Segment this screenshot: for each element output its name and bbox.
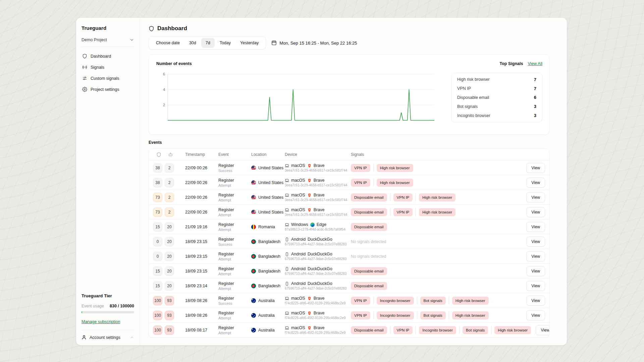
device-os: macOS — [291, 207, 305, 212]
view-button[interactable]: View — [526, 163, 545, 173]
event-cell: Register Success — [218, 237, 251, 246]
edge-icon — [310, 223, 315, 227]
signal-pill: VPN IP — [351, 179, 370, 187]
sidebar-nav: Dashboard Signals Custom signals Project… — [82, 52, 134, 94]
sidebar-item-custom-signals[interactable]: Custom signals — [82, 74, 134, 82]
table-row: 0 20 18/09 23:15 Register Success Bangla… — [149, 234, 549, 249]
event-status: Attempt — [218, 198, 251, 202]
signal-pill: Disposable email — [351, 282, 387, 290]
bot-score-badge: 20 — [165, 266, 174, 276]
country-name: Bangladesh — [258, 269, 280, 274]
signals-cell: Disposable email — [351, 282, 522, 290]
laptop-icon — [285, 164, 289, 168]
country-flag-icon — [251, 225, 256, 229]
event-status: Success — [218, 169, 251, 173]
device-cell: macOS Brave f74c8225-afd6-45f2-9139-295c… — [285, 311, 351, 320]
event-status: Attempt — [218, 287, 251, 291]
timestamp-cell: 22/09 00:26 — [176, 166, 218, 170]
sidebar-divider — [82, 47, 134, 47]
top-signal-value: 6 — [534, 95, 536, 100]
view-button[interactable]: View — [526, 207, 545, 217]
column-header-timestamp: Timestamp — [176, 152, 218, 157]
device-browser: Brave — [314, 311, 325, 315]
view-button[interactable]: View — [526, 237, 545, 247]
location-cell: United States — [251, 180, 285, 185]
country-flag-icon — [251, 284, 256, 288]
event-type: Register — [218, 252, 251, 256]
chevron-up-icon — [130, 335, 134, 340]
device-cell: Windows Edge 87a98b13-c278-4f4d-acdc-8c5… — [285, 222, 351, 231]
signal-pill: High risk browser — [452, 297, 489, 305]
view-button[interactable]: View — [526, 310, 545, 320]
location-cell: United States — [251, 210, 285, 215]
country-name: United States — [258, 210, 283, 215]
view-button[interactable]: View — [526, 178, 545, 188]
signal-divider — [373, 179, 374, 187]
signals-cell: VPN IPIncognito browserBot signalsHigh r… — [351, 297, 522, 305]
events-section-title: Events — [149, 140, 549, 145]
table-row: 100 93 18/09 08:26 Register Success Aust… — [149, 293, 549, 308]
event-status: Success — [218, 301, 251, 305]
country-name: Australia — [258, 328, 275, 333]
country-flag-icon — [251, 195, 256, 200]
filter-button-today[interactable]: Today — [215, 38, 235, 48]
table-row: 15 20 21/09 19:16 Register Attempt Roman… — [149, 219, 549, 234]
view-button[interactable]: View — [536, 325, 549, 335]
sidebar-item-signals[interactable]: Signals — [82, 63, 134, 71]
device-browser: Brave — [314, 207, 325, 212]
top-signal-value: 3 — [534, 104, 536, 109]
manage-subscription-link[interactable]: Manage subscription — [82, 319, 120, 324]
device-id: 87a98b13-c278-4f4d-acdc-8c5fb7a69f54 — [285, 228, 351, 231]
signals-cell: VPN IPHigh risk browser — [351, 164, 522, 172]
view-button[interactable]: View — [526, 251, 545, 261]
signal-pill: High risk browser — [377, 179, 413, 187]
view-button[interactable]: View — [526, 296, 545, 306]
bot-score-badge: 20 — [165, 222, 174, 232]
top-signal-row: VPN IP 7 — [451, 86, 542, 91]
device-id: 3eea7c61-3c29-4658-b517-ce15c581f744 — [285, 213, 351, 217]
sidebar-item-label: Custom signals — [91, 76, 119, 81]
brave-icon — [307, 193, 312, 197]
top-signal-row: Incognito browser 3 — [451, 113, 542, 118]
no-signals-text: No signals detected — [351, 239, 386, 244]
event-cell: Register Attempt — [218, 325, 251, 335]
view-all-link[interactable]: View All — [528, 61, 542, 66]
view-button[interactable]: View — [526, 281, 545, 291]
main-content: Dashboard Choose date30d7dTodayYesterday… — [140, 18, 567, 345]
location-cell: Australia — [251, 328, 285, 333]
device-id: f74c8225-afd6-45f2-9139-295c468bc2e9 — [285, 316, 351, 320]
view-button[interactable]: View — [526, 222, 545, 232]
no-signals-text: No signals detected — [351, 254, 386, 259]
bot-score-badge: 20 — [165, 237, 174, 246]
filter-button-30d[interactable]: 30d — [185, 38, 201, 48]
table-row: 15 20 18/09 23:15 Register Attempt Bangl… — [149, 263, 549, 278]
timestamp-cell: 18/09 08:26 — [176, 313, 218, 318]
view-button[interactable]: View — [526, 266, 545, 276]
account-settings-button[interactable]: Account settings — [82, 330, 134, 340]
filter-button-yesterday[interactable]: Yesterday — [236, 38, 263, 48]
date-range[interactable]: Mon, Sep 15 16:25 - Mon, Sep 22 16:25 — [271, 40, 357, 46]
signal-divider — [373, 297, 374, 305]
sidebar-item-project-settings[interactable]: Project settings — [82, 85, 134, 94]
signals-cell: No signals detected — [351, 254, 522, 259]
timestamp-cell: 22/09 00:26 — [176, 180, 218, 185]
project-selector[interactable]: Demo Project — [82, 38, 134, 42]
filter-button-choose-date[interactable]: Choose date — [152, 38, 184, 48]
signal-divider — [491, 326, 491, 334]
signal-pill: VPN IP — [393, 326, 413, 334]
event-type: Register — [218, 281, 251, 286]
device-cell: macOS Brave 3eea7c61-3c29-4658-b517-ce15… — [285, 178, 351, 187]
top-signals-card: High risk browser 7VPN IP 7Disposable em… — [451, 73, 542, 122]
filter-button-7d[interactable]: 7d — [201, 38, 215, 48]
view-button[interactable]: View — [526, 192, 545, 202]
device-os: macOS — [291, 325, 305, 330]
location-cell: Australia — [251, 298, 285, 303]
usage-progress-fill — [82, 311, 82, 313]
country-flag-icon — [251, 328, 256, 333]
device-browser: Brave — [314, 193, 325, 197]
event-type: Register — [218, 193, 251, 197]
signals-cell: Disposable emailVPN IPHigh risk browser — [351, 193, 522, 201]
sidebar-item-dashboard[interactable]: Dashboard — [82, 52, 134, 60]
event-type: Register — [218, 207, 251, 212]
laptop-icon — [285, 326, 289, 330]
